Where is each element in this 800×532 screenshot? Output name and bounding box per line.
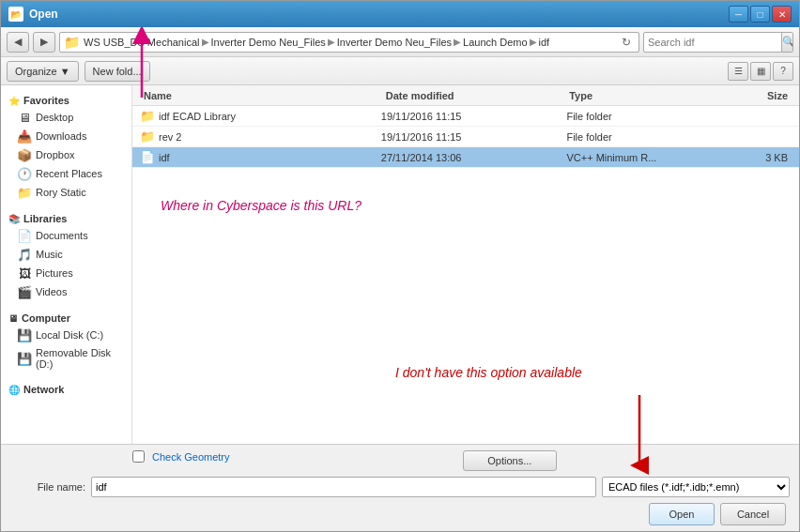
filename-row: File name: ECAD files (*.idf;*.idb;*.emn… <box>10 477 790 497</box>
recent-places-icon: 🕐 <box>18 167 31 180</box>
sidebar-item-removable-disk[interactable]: 💾 Removable Disk (D:) <box>1 344 131 372</box>
window-controls: ─ □ ✕ <box>729 6 792 23</box>
sidebar-item-music[interactable]: 🎵 Music <box>1 245 131 264</box>
open-button[interactable]: Open <box>649 503 715 525</box>
sidebar-libraries-header[interactable]: 📚 Libraries <box>1 209 131 226</box>
dropbox-icon: 📦 <box>18 148 31 161</box>
sidebar-item-rory-static[interactable]: 📁 Rory Static <box>1 183 131 202</box>
folder-icon-1: 📁 <box>140 109 155 124</box>
table-row[interactable]: 📁 rev 2 19/11/2016 11:15 File folder <box>132 127 799 147</box>
maximize-button[interactable]: □ <box>750 6 770 23</box>
sidebar-item-local-disk-label: Local Disk (C:) <box>36 329 103 341</box>
sidebar-computer-header[interactable]: 🖥 Computer <box>1 309 131 326</box>
col-date-header[interactable]: Date modified <box>382 90 565 101</box>
bottom-bar: Check Geometry Options... File name: ECA… <box>1 444 799 531</box>
address-segment-4: Launch Demo <box>463 37 528 48</box>
minimize-button[interactable]: ─ <box>729 6 748 23</box>
address-segment-5: idf <box>539 37 550 48</box>
folder-icon-2: 📁 <box>140 129 155 144</box>
file-icon-3: 📄 <box>140 150 155 165</box>
options-button[interactable]: Options... <box>463 450 557 471</box>
sidebar-favorites-header[interactable]: ⭐ Favorites <box>1 91 131 108</box>
check-geometry-label: Check Geometry <box>152 451 230 463</box>
col-size-header[interactable]: Size <box>714 90 792 101</box>
sidebar-item-downloads[interactable]: 📥 Downloads <box>1 127 131 145</box>
col-type-header[interactable]: Type <box>565 90 714 101</box>
rory-static-icon: 📁 <box>18 186 31 199</box>
sidebar-item-documents-label: Documents <box>36 230 88 241</box>
view-list-button[interactable]: ☰ <box>728 62 748 81</box>
sidebar-computer: 🖥 Computer 💾 Local Disk (C:) 💾 Removable… <box>1 309 131 372</box>
sidebar-item-dropbox[interactable]: 📦 Dropbox <box>1 145 131 164</box>
videos-icon: 🎬 <box>18 285 31 298</box>
new-folder-button[interactable]: New fold... <box>85 61 150 82</box>
sidebar-item-desktop-label: Desktop <box>36 112 73 123</box>
action-buttons-row: Open Cancel <box>10 503 790 525</box>
sidebar-item-removable-disk-label: Removable Disk (D:) <box>36 347 124 370</box>
address-path: 📁 WS USB_DS Mechanical ▶ Inverter Demo N… <box>64 35 618 50</box>
cancel-button[interactable]: Cancel <box>720 503 786 525</box>
downloads-icon: 📥 <box>18 129 31 143</box>
file-name-3: 📄 idf <box>140 150 377 165</box>
sidebar-item-pictures[interactable]: 🖼 Pictures <box>1 264 131 282</box>
file-list-header: Name Date modified Type Size <box>132 85 799 106</box>
sidebar-item-desktop[interactable]: 🖥 Desktop <box>1 108 131 127</box>
file-type-1: File folder <box>562 111 713 122</box>
sidebar-item-pictures-label: Pictures <box>36 267 73 279</box>
address-bar[interactable]: 📁 WS USB_DS Mechanical ▶ Inverter Demo N… <box>59 32 639 53</box>
second-toolbar: Organize ▼ New fold... ☰ ▦ ? <box>1 57 799 85</box>
file-list: Name Date modified Type Size 📁 idf ECAD … <box>132 85 799 444</box>
file-type-3: VC++ Minimum R... <box>562 152 713 163</box>
main-content: ⭐ Favorites 🖥 Desktop 📥 Downloads 📦 Drop… <box>1 85 799 444</box>
search-input[interactable] <box>644 37 781 48</box>
sidebar-item-downloads-label: Downloads <box>36 130 86 142</box>
sidebar-item-videos-label: Videos <box>36 286 67 297</box>
sidebar-computer-label: Computer <box>22 312 70 324</box>
music-icon: 🎵 <box>18 248 31 261</box>
sidebar-item-videos[interactable]: 🎬 Videos <box>1 282 131 301</box>
window-icon: 📂 <box>8 7 23 22</box>
filename-input[interactable] <box>91 477 596 497</box>
sidebar-favorites-label: Favorites <box>23 95 69 106</box>
file-date-2: 19/11/2016 11:15 <box>377 131 563 143</box>
file-size-3: 3 KB <box>713 152 792 163</box>
sidebar-network-label: Network <box>23 384 64 395</box>
forward-button[interactable]: ▶ <box>33 32 55 53</box>
file-date-1: 19/11/2016 11:15 <box>377 111 563 122</box>
sidebar-libraries: 📚 Libraries 📄 Documents 🎵 Music 🖼 Pictur… <box>1 209 131 301</box>
sidebar-item-dropbox-label: Dropbox <box>36 149 75 160</box>
filetype-select[interactable]: ECAD files (*.idf;*.idb;*.emn) <box>602 477 790 497</box>
table-row[interactable]: 📄 idf 27/11/2014 13:06 VC++ Minimum R...… <box>132 147 799 168</box>
file-name-2: 📁 rev 2 <box>140 129 377 144</box>
sidebar: ⭐ Favorites 🖥 Desktop 📥 Downloads 📦 Drop… <box>1 85 132 444</box>
sidebar-item-recent-places-label: Recent Places <box>36 168 102 179</box>
address-toolbar: ◀ ▶ 📁 WS USB_DS Mechanical ▶ Inverter De… <box>1 27 799 57</box>
documents-icon: 📄 <box>18 229 31 242</box>
table-row[interactable]: 📁 idf ECAD Library 19/11/2016 11:15 File… <box>132 106 799 127</box>
refresh-button[interactable]: ↻ <box>618 34 635 51</box>
search-box[interactable]: 🔍 <box>643 32 793 53</box>
close-button[interactable]: ✕ <box>772 6 792 23</box>
file-date-3: 27/11/2014 13:06 <box>377 152 563 163</box>
help-button[interactable]: ? <box>773 62 793 81</box>
address-segment-1: WS USB_DS Mechanical <box>84 37 200 48</box>
window-title: Open <box>29 8 58 21</box>
check-geometry-checkbox[interactable] <box>132 450 145 463</box>
view-detail-button[interactable]: ▦ <box>750 62 771 81</box>
sidebar-item-local-disk[interactable]: 💾 Local Disk (C:) <box>1 326 131 344</box>
check-geometry-row: Check Geometry <box>10 450 230 463</box>
organize-button[interactable]: Organize ▼ <box>7 61 79 82</box>
file-name-1: 📁 idf ECAD Library <box>140 109 377 124</box>
sidebar-item-recent-places[interactable]: 🕐 Recent Places <box>1 164 131 183</box>
desktop-icon: 🖥 <box>18 111 31 124</box>
address-segment-3: Inverter Demo Neu_Files <box>337 37 452 48</box>
col-name-header[interactable]: Name <box>140 90 382 101</box>
sidebar-favorites: ⭐ Favorites 🖥 Desktop 📥 Downloads 📦 Drop… <box>1 91 131 202</box>
sidebar-item-music-label: Music <box>36 249 63 260</box>
search-button[interactable]: 🔍 <box>781 33 793 52</box>
sidebar-network: 🌐 Network <box>1 380 131 397</box>
sidebar-item-rory-static-label: Rory Static <box>36 187 86 198</box>
sidebar-network-header[interactable]: 🌐 Network <box>1 380 131 397</box>
back-button[interactable]: ◀ <box>7 32 29 53</box>
sidebar-item-documents[interactable]: 📄 Documents <box>1 226 131 245</box>
